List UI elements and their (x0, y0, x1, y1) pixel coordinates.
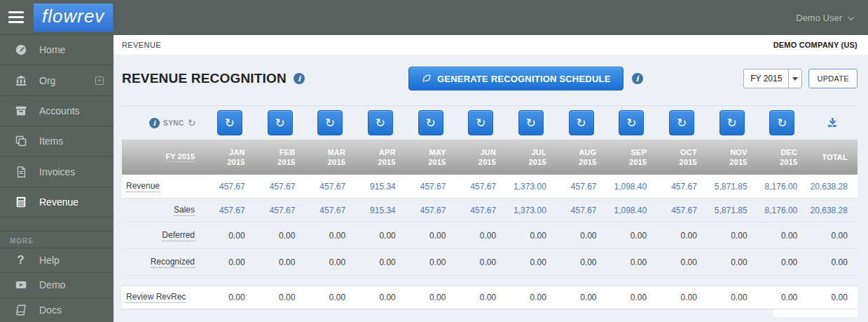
sync-month-button[interactable]: ↻ (268, 110, 293, 135)
sync-month-button[interactable]: ↻ (769, 110, 794, 135)
sync-month-button[interactable]: ↻ (619, 110, 644, 135)
cell: 0.00 (757, 293, 808, 302)
update-button[interactable]: UPDATE (808, 69, 857, 88)
page-title: REVENUE RECOGNITION (122, 71, 287, 86)
cell: 0.00 (757, 257, 808, 267)
cell[interactable]: 457.67 (305, 182, 355, 192)
cell[interactable]: 457.67 (556, 206, 607, 215)
sync-column-cell-sep: ↻ (607, 110, 657, 135)
cell-total[interactable]: 20,638.28 (807, 206, 857, 215)
cell-total: 0.00 (807, 293, 857, 302)
cell: 0.00 (455, 293, 506, 302)
cell: 0.00 (255, 293, 305, 302)
sync-month-button[interactable]: ↻ (317, 110, 343, 135)
fiscal-year-select[interactable]: FY 2015 (743, 69, 802, 88)
cell[interactable]: 8,176.00 (757, 206, 808, 215)
column-header-jul: JUL2015 (506, 140, 556, 175)
cell[interactable]: 457.67 (406, 206, 456, 215)
table-gap (122, 276, 857, 286)
sync-column-cell-oct: ↻ (656, 110, 707, 135)
cell[interactable]: 5,871.85 (707, 206, 757, 215)
select-caret-icon (788, 69, 801, 88)
sidebar-item-docs[interactable]: Docs (0, 297, 113, 322)
row-label-revenue[interactable]: Revenue (126, 181, 160, 192)
download-cell[interactable] (807, 117, 857, 128)
breadcrumb-company: DEMO COMPANY (US) (773, 41, 857, 49)
cell[interactable]: 457.67 (255, 206, 305, 215)
cell: 0.00 (707, 293, 757, 302)
cell: 0.00 (556, 257, 607, 267)
user-menu[interactable]: Demo User (796, 13, 853, 23)
sidebar-item-label: Org (39, 75, 55, 86)
sync-refresh-icon[interactable]: ↻ (188, 118, 196, 128)
sidebar-item-revenue[interactable]: Revenue (0, 187, 113, 217)
cell[interactable]: 457.67 (305, 206, 355, 215)
sync-info-icon[interactable]: i (149, 118, 160, 128)
column-header-total: TOTAL (807, 140, 857, 175)
cell[interactable]: 457.67 (656, 206, 707, 215)
cell[interactable]: 915.34 (355, 206, 406, 215)
cell[interactable]: 1,098.40 (607, 206, 657, 215)
table-body: Revenue457.67457.67457.67915.34457.67457… (122, 175, 857, 276)
cell: 0.00 (305, 293, 355, 302)
hamburger-menu-icon[interactable] (8, 8, 25, 26)
cell[interactable]: 457.67 (556, 182, 607, 192)
sync-month-button[interactable]: ↻ (368, 110, 393, 135)
download-icon[interactable] (827, 117, 839, 128)
cell: 0.00 (455, 257, 506, 267)
breadcrumb-section: REVENUE (122, 41, 161, 49)
cell: 0.00 (205, 293, 255, 302)
table-row-recognized: Recognized0.000.000.000.000.000.000.000.… (122, 249, 857, 276)
cell[interactable]: 1,098.40 (607, 182, 657, 192)
title-info-icon[interactable]: i (294, 73, 305, 84)
cell[interactable]: 457.67 (205, 182, 255, 192)
org-expand-icon[interactable]: + (95, 76, 104, 85)
sidebar-item-items[interactable]: Items (0, 126, 113, 156)
cell[interactable]: 457.67 (205, 206, 255, 215)
table-footer: Review RevRec0.000.000.000.000.000.000.0… (122, 286, 857, 309)
sync-column-cell-feb: ↻ (255, 110, 305, 135)
sync-month-button[interactable]: ↻ (518, 110, 544, 135)
row-label-review-revrec[interactable]: Review RevRec (126, 292, 186, 303)
cell[interactable]: 457.67 (455, 182, 506, 192)
cell[interactable]: 8,176.00 (757, 182, 808, 192)
sidebar-item-accounts[interactable]: Accounts (0, 95, 113, 126)
cell: 0.00 (455, 231, 506, 241)
sync-month-button[interactable]: ↻ (569, 110, 594, 135)
cell[interactable]: 457.67 (255, 182, 305, 192)
cell: 0.00 (406, 257, 456, 267)
cell[interactable]: 1,373.00 (506, 206, 556, 215)
cell[interactable]: 915.34 (355, 182, 406, 192)
cell[interactable]: 1,373.00 (506, 182, 556, 192)
sync-month-button[interactable]: ↻ (418, 110, 443, 135)
cell: 0.00 (506, 293, 556, 302)
sidebar-item-org[interactable]: Org + (0, 65, 113, 95)
cell: 0.00 (506, 231, 556, 241)
cell[interactable]: 457.67 (455, 206, 506, 215)
cell: 0.00 (757, 231, 808, 241)
sync-month-button[interactable]: ↻ (719, 110, 745, 135)
sync-month-button[interactable]: ↻ (217, 110, 242, 135)
sidebar-item-help[interactable]: ? Help (0, 248, 113, 272)
sidebar-item-invoices[interactable]: Invoices (0, 156, 113, 186)
cell-total[interactable]: 20,638.28 (807, 182, 857, 192)
fy-header-label[interactable]: FY 2015 (166, 152, 195, 162)
cell: 0.00 (556, 293, 607, 302)
cell[interactable]: 457.67 (406, 182, 456, 192)
cell: 0.00 (205, 257, 255, 267)
generate-info-icon[interactable]: i (632, 73, 643, 84)
row-label-sales[interactable]: Sales (174, 205, 195, 216)
row-label-recognized[interactable]: Recognized (151, 257, 195, 268)
sidebar-item-demo[interactable]: Demo (0, 272, 113, 297)
cell[interactable]: 5,871.85 (707, 182, 757, 192)
sync-cell[interactable]: i SYNC ↻ (122, 118, 205, 128)
sidebar-item-home[interactable]: Home (0, 34, 113, 65)
app-window: flowrev Home Org + Accounts Items (0, 0, 868, 322)
sync-month-button[interactable]: ↻ (669, 110, 694, 135)
cell[interactable]: 457.67 (656, 182, 707, 192)
sync-month-button[interactable]: ↻ (468, 110, 493, 135)
bank-icon (14, 74, 27, 87)
generate-recognition-schedule-button[interactable]: GENERATE RECOGNITION SCHEDULE (408, 67, 624, 90)
app-logo[interactable]: flowrev (34, 4, 113, 32)
row-label-deferred[interactable]: Deferred (162, 230, 195, 241)
